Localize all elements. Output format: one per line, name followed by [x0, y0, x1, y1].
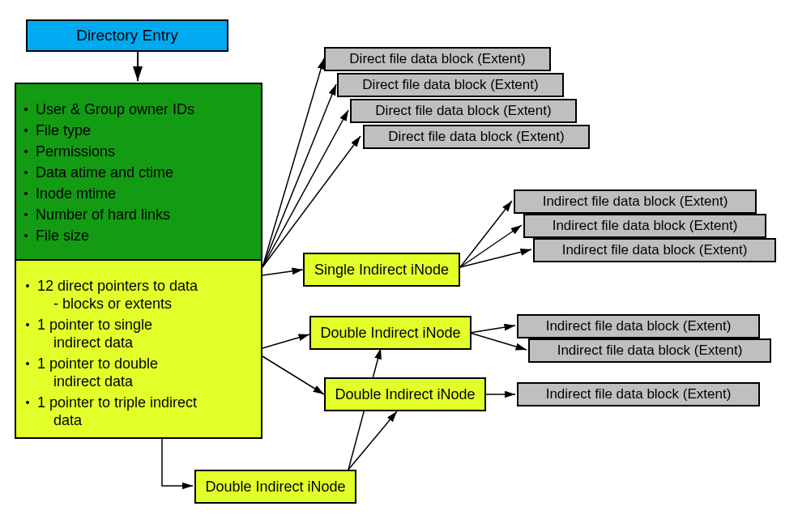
svg-line-12 — [262, 356, 324, 394]
inode-metadata-list: User & Group owner IDs File type Permiss… — [24, 100, 253, 245]
svg-line-8 — [460, 249, 531, 267]
indirect-extent: Indirect file data block (Extent) — [523, 214, 766, 238]
svg-line-7 — [460, 225, 522, 267]
direct-extent: Direct file data block (Extent) — [350, 99, 577, 123]
meta-item: File type — [24, 121, 253, 139]
diagram-stage: Directory Entry User & Group owner IDs F… — [0, 0, 798, 532]
indirect-extent: Indirect file data block (Extent) — [517, 382, 760, 406]
direct-extent: Direct file data block (Extent) — [363, 125, 590, 149]
double-indirect-inode: Double Indirect iNode — [324, 377, 486, 411]
inode-pointers-box: 12 direct pointers to data - blocks or e… — [15, 261, 262, 439]
svg-line-2 — [262, 84, 336, 267]
svg-line-9 — [262, 334, 309, 348]
svg-line-15 — [348, 411, 397, 470]
ptr-item: 1 pointer to double indirect data — [26, 355, 253, 390]
meta-item: Permissions — [24, 143, 253, 160]
direct-extent: Direct file data block (Extent) — [324, 47, 551, 71]
svg-line-6 — [460, 201, 512, 267]
directory-entry-label: Directory Entry — [76, 27, 178, 45]
inode-metadata-box: User & Group owner IDs File type Permiss… — [15, 83, 262, 261]
directory-entry-box: Directory Entry — [26, 19, 228, 52]
indirect-extent: Indirect file data block (Extent) — [514, 189, 757, 214]
meta-item: Number of hard links — [24, 206, 253, 223]
svg-line-5 — [262, 270, 303, 275]
meta-item: User & Group owner IDs — [24, 100, 253, 118]
direct-extent: Direct file data block (Extent) — [337, 73, 564, 97]
svg-line-10 — [470, 326, 515, 333]
ptr-item: 1 pointer to triple indirect data — [26, 394, 253, 429]
meta-item: File size — [24, 227, 253, 245]
double-indirect-inode: Double Indirect iNode — [309, 316, 472, 350]
double-indirect-inode-bottom: Double Indirect iNode — [194, 470, 356, 504]
single-indirect-inode: Single Indirect iNode — [303, 253, 460, 287]
ptr-item: 12 direct pointers to data - blocks or e… — [26, 277, 253, 313]
meta-item: Data atime and ctime — [24, 164, 253, 181]
ptr-item: 1 pointer to single indirect data — [26, 316, 253, 351]
indirect-extent: Indirect file data block (Extent) — [533, 238, 776, 262]
meta-item: Inode mtime — [24, 185, 253, 202]
svg-line-1 — [262, 58, 324, 267]
svg-line-4 — [262, 136, 361, 267]
inode-pointers-list: 12 direct pointers to data - blocks or e… — [26, 277, 253, 429]
indirect-extent: Indirect file data block (Extent) — [528, 338, 771, 363]
svg-line-3 — [262, 110, 348, 267]
indirect-extent: Indirect file data block (Extent) — [517, 314, 760, 338]
